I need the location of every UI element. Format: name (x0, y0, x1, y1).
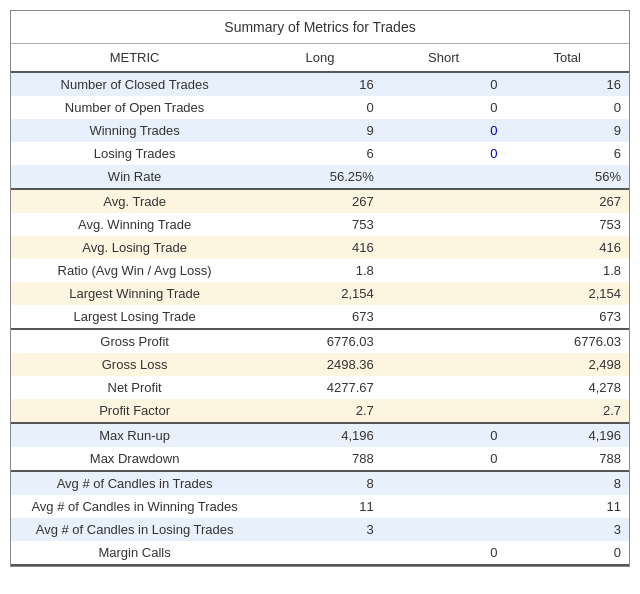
table-row: Number of Open Trades000 (11, 96, 629, 119)
table-row: Avg # of Candles in Losing Trades33 (11, 518, 629, 541)
cell-long: 788 (258, 447, 382, 471)
cell-metric: Largest Winning Trade (11, 282, 258, 305)
table-row: Max Run-up4,19604,196 (11, 423, 629, 447)
cell-metric: Avg. Trade (11, 189, 258, 213)
cell-total: 0 (505, 96, 629, 119)
cell-short (382, 189, 506, 213)
table-row: Gross Profit6776.036776.03 (11, 329, 629, 353)
cell-long: 4277.67 (258, 376, 382, 399)
cell-metric: Max Run-up (11, 423, 258, 447)
cell-metric: Avg # of Candles in Trades (11, 471, 258, 495)
table-row: Gross Loss2498.362,498 (11, 353, 629, 376)
header-short: Short (382, 44, 506, 72)
table-row: Largest Winning Trade2,1542,154 (11, 282, 629, 305)
table-row: Avg # of Candles in Winning Trades1111 (11, 495, 629, 518)
cell-metric: Net Profit (11, 376, 258, 399)
cell-short (382, 165, 506, 189)
table-row: Winning Trades909 (11, 119, 629, 142)
table-header-row: METRIC Long Short Total (11, 44, 629, 72)
cell-long: 3 (258, 518, 382, 541)
table-row: Margin Calls00 (11, 541, 629, 565)
cell-metric: Profit Factor (11, 399, 258, 423)
cell-long: 416 (258, 236, 382, 259)
cell-total: 3 (505, 518, 629, 541)
cell-long: 2498.36 (258, 353, 382, 376)
cell-short (382, 376, 506, 399)
cell-long: 673 (258, 305, 382, 329)
cell-long: 9 (258, 119, 382, 142)
cell-metric: Losing Trades (11, 142, 258, 165)
table-row: Avg. Trade267267 (11, 189, 629, 213)
cell-long: 267 (258, 189, 382, 213)
cell-long (258, 541, 382, 565)
cell-total: 56% (505, 165, 629, 189)
cell-short: 0 (382, 96, 506, 119)
cell-total: 16 (505, 72, 629, 96)
cell-total: 4,196 (505, 423, 629, 447)
cell-long: 2,154 (258, 282, 382, 305)
table-row: Ratio (Avg Win / Avg Loss)1.81.8 (11, 259, 629, 282)
table-row: Max Drawdown7880788 (11, 447, 629, 471)
cell-long: 1.8 (258, 259, 382, 282)
cell-long: 753 (258, 213, 382, 236)
cell-short (382, 282, 506, 305)
page-title: Summary of Metrics for Trades (11, 11, 629, 44)
cell-total: 4,278 (505, 376, 629, 399)
table-row: Avg. Winning Trade753753 (11, 213, 629, 236)
cell-short: 0 (382, 541, 506, 565)
metrics-table: METRIC Long Short Total Number of Closed… (11, 44, 629, 566)
cell-short (382, 495, 506, 518)
table-row: Number of Closed Trades16016 (11, 72, 629, 96)
cell-total: 416 (505, 236, 629, 259)
cell-metric: Gross Profit (11, 329, 258, 353)
cell-short: 0 (382, 447, 506, 471)
cell-long: 0 (258, 96, 382, 119)
cell-metric: Largest Losing Trade (11, 305, 258, 329)
table-body: Number of Closed Trades16016Number of Op… (11, 72, 629, 565)
cell-long: 11 (258, 495, 382, 518)
cell-metric: Avg. Losing Trade (11, 236, 258, 259)
cell-short (382, 518, 506, 541)
header-long: Long (258, 44, 382, 72)
table-row: Avg # of Candles in Trades88 (11, 471, 629, 495)
cell-metric: Number of Closed Trades (11, 72, 258, 96)
header-total: Total (505, 44, 629, 72)
cell-metric: Ratio (Avg Win / Avg Loss) (11, 259, 258, 282)
table-row: Net Profit4277.674,278 (11, 376, 629, 399)
cell-long: 6776.03 (258, 329, 382, 353)
cell-total: 753 (505, 213, 629, 236)
cell-total: 1.8 (505, 259, 629, 282)
cell-short (382, 236, 506, 259)
cell-metric: Avg # of Candles in Winning Trades (11, 495, 258, 518)
cell-short: 0 (382, 423, 506, 447)
cell-short (382, 399, 506, 423)
cell-long: 4,196 (258, 423, 382, 447)
cell-total: 788 (505, 447, 629, 471)
cell-short (382, 259, 506, 282)
main-container: Summary of Metrics for Trades METRIC Lon… (10, 10, 630, 567)
cell-total: 2.7 (505, 399, 629, 423)
cell-short: 0 (382, 142, 506, 165)
table-row: Largest Losing Trade673673 (11, 305, 629, 329)
cell-total: 0 (505, 541, 629, 565)
table-row: Profit Factor2.72.7 (11, 399, 629, 423)
cell-short: 0 (382, 119, 506, 142)
cell-short (382, 329, 506, 353)
cell-long: 56.25% (258, 165, 382, 189)
cell-total: 267 (505, 189, 629, 213)
cell-metric: Win Rate (11, 165, 258, 189)
cell-long: 6 (258, 142, 382, 165)
cell-short: 0 (382, 72, 506, 96)
cell-metric: Avg # of Candles in Losing Trades (11, 518, 258, 541)
cell-total: 11 (505, 495, 629, 518)
cell-total: 6776.03 (505, 329, 629, 353)
header-metric: METRIC (11, 44, 258, 72)
cell-total: 2,154 (505, 282, 629, 305)
table-row: Avg. Losing Trade416416 (11, 236, 629, 259)
cell-long: 2.7 (258, 399, 382, 423)
cell-short (382, 471, 506, 495)
cell-metric: Gross Loss (11, 353, 258, 376)
table-row: Losing Trades606 (11, 142, 629, 165)
cell-total: 6 (505, 142, 629, 165)
cell-metric: Max Drawdown (11, 447, 258, 471)
